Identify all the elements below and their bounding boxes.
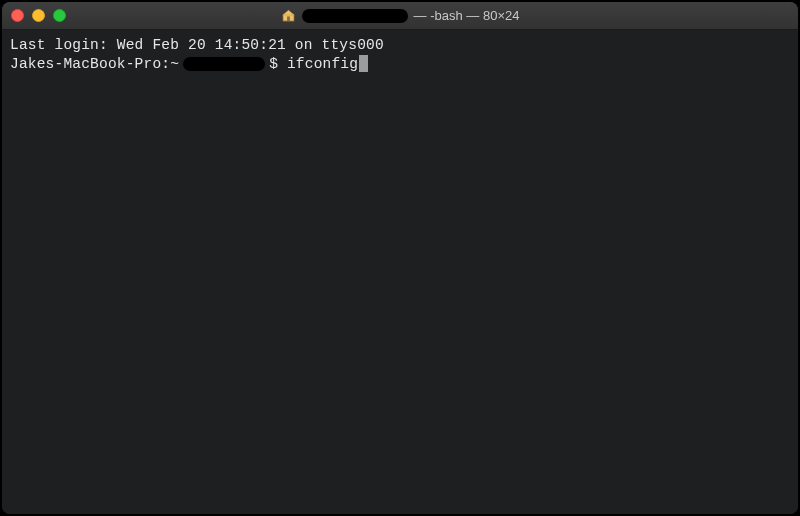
minimize-button[interactable] [32, 9, 45, 22]
window-title-text: — -bash — 80×24 [414, 8, 520, 23]
close-button[interactable] [11, 9, 24, 22]
home-folder-icon [281, 8, 296, 23]
terminal-cursor [359, 55, 368, 72]
typed-command: ifconfig [287, 55, 358, 74]
prompt-host: Jakes-MacBook-Pro:~ [10, 55, 179, 74]
terminal-window: — -bash — 80×24 Last login: Wed Feb 20 1… [2, 2, 798, 514]
svg-rect-1 [282, 15, 293, 16]
svg-rect-0 [287, 16, 290, 21]
last-login-text: Last login: Wed Feb 20 14:50:21 on ttys0… [10, 36, 384, 55]
last-login-line: Last login: Wed Feb 20 14:50:21 on ttys0… [10, 36, 790, 55]
redacted-user [183, 57, 265, 71]
prompt-symbol: $ [269, 55, 287, 74]
window-controls [11, 9, 66, 22]
prompt-line: Jakes-MacBook-Pro:~ $ ifconfig [10, 55, 790, 74]
titlebar[interactable]: — -bash — 80×24 [2, 2, 798, 30]
terminal-body[interactable]: Last login: Wed Feb 20 14:50:21 on ttys0… [2, 30, 798, 514]
redacted-username [302, 9, 408, 23]
window-title: — -bash — 80×24 [2, 8, 798, 23]
zoom-button[interactable] [53, 9, 66, 22]
